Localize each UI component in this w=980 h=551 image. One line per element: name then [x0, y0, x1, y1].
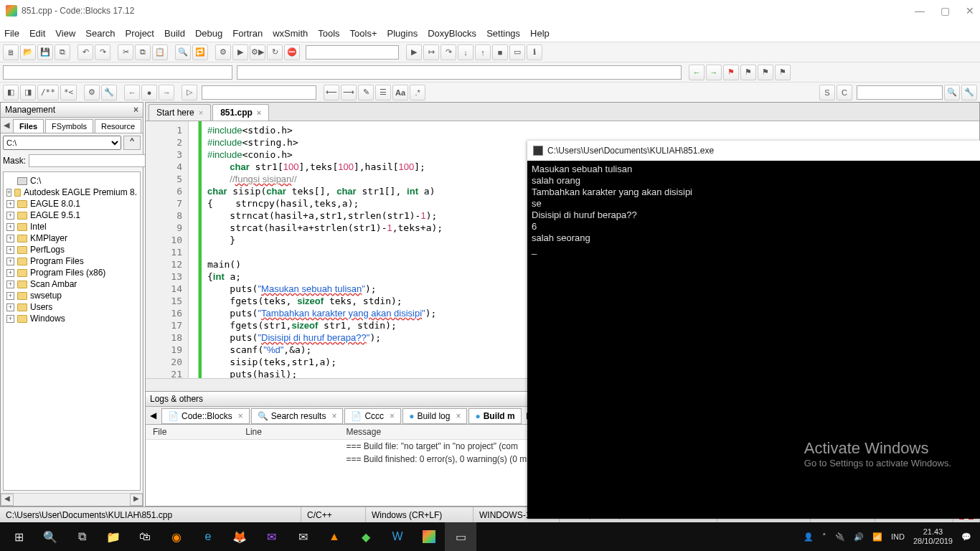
people-icon[interactable]: 👤: [804, 532, 814, 542]
replace-icon[interactable]: 🔁: [192, 44, 208, 60]
nav-back-icon[interactable]: ←: [689, 65, 705, 80]
close-tab-icon[interactable]: ×: [257, 108, 261, 117]
tree-node[interactable]: +EAGLE 8.0.1: [5, 198, 138, 209]
regex-icon[interactable]: .*: [410, 85, 425, 100]
info-icon[interactable]: ℹ: [527, 44, 542, 60]
build-target-combo[interactable]: [306, 45, 399, 60]
minimize-button[interactable]: —: [915, 5, 925, 17]
tree-node[interactable]: +EAGLE 9.5.1: [5, 209, 138, 221]
abort-icon[interactable]: ⛔: [284, 44, 300, 60]
menu-item[interactable]: Tools: [318, 28, 339, 39]
mail-icon[interactable]: ✉: [287, 522, 319, 551]
menu-item[interactable]: View: [55, 28, 75, 39]
tree-node[interactable]: +PerfLogs: [5, 244, 138, 255]
wifi-icon[interactable]: 📶: [872, 532, 882, 542]
symbol-combo[interactable]: [237, 65, 682, 80]
logs-tab-search[interactable]: 🔍Search results×: [251, 408, 344, 424]
management-close-icon[interactable]: ×: [133, 105, 138, 115]
close-tab-icon[interactable]: ×: [199, 108, 203, 117]
open-icon[interactable]: 📂: [20, 44, 36, 60]
close-button[interactable]: ✕: [966, 5, 974, 17]
taskbar[interactable]: ⊞ 🔍 ⧉ 📁 🛍 ◉ e 🦊 ✉ ✉ ▲ ◆ W ▭ 👤 ˄ 🔌 🔊 📶 IN…: [0, 522, 980, 551]
settings-icon[interactable]: ⚙: [84, 85, 100, 100]
logs-tab-codeblocks[interactable]: 📄Code::Blocks×: [161, 408, 250, 424]
tab-resource[interactable]: Resource: [95, 119, 141, 133]
bookmark-next-icon[interactable]: ⚑: [758, 65, 773, 80]
lang-indicator[interactable]: IND: [891, 532, 905, 541]
quick-search-combo[interactable]: [857, 85, 943, 100]
step-into-icon[interactable]: ↓: [458, 44, 473, 60]
wrench-icon[interactable]: 🔧: [101, 85, 117, 100]
mgmt-hscroll[interactable]: ◀▶: [1, 493, 143, 506]
jump-fwd-icon[interactable]: ⟶: [341, 85, 357, 100]
arrow-right-icon[interactable]: →: [159, 85, 174, 100]
search-opts-icon[interactable]: 🔧: [961, 85, 977, 100]
task-view-icon[interactable]: ⧉: [66, 522, 98, 551]
tree-node[interactable]: +Autodesk EAGLE Premium 8.: [5, 187, 138, 198]
tree-node[interactable]: +Users: [5, 301, 138, 313]
comment-end-icon[interactable]: *<: [60, 85, 77, 100]
tab-scroll-left-icon[interactable]: ◀: [1, 119, 12, 131]
comment-block-icon[interactable]: /**: [37, 85, 59, 100]
battery-icon[interactable]: 🔌: [835, 532, 845, 542]
menu-item[interactable]: DoxyBlocks: [428, 28, 476, 39]
menu-item[interactable]: Help: [530, 28, 550, 39]
bookmark-clear-icon[interactable]: ⚑: [775, 65, 791, 80]
mail2-icon[interactable]: ✉: [255, 522, 287, 551]
editor-tab-start[interactable]: Start here×: [149, 104, 211, 121]
logs-tab-buildmsg[interactable]: ●Build m: [468, 408, 521, 424]
tree-node[interactable]: +Scan Ambar: [5, 278, 138, 290]
build-icon[interactable]: ⚙: [215, 44, 231, 60]
vlc-icon[interactable]: ▲: [319, 522, 350, 551]
debug-continue-icon[interactable]: ↦: [423, 44, 439, 60]
clock[interactable]: 21.4328/10/2019: [913, 527, 953, 546]
scope-combo[interactable]: [3, 65, 232, 80]
menu-item[interactable]: File: [4, 28, 19, 39]
notifications-icon[interactable]: 💬: [961, 532, 971, 542]
browser-icon[interactable]: ◉: [161, 522, 192, 551]
step-over-icon[interactable]: ↷: [440, 44, 456, 60]
menu-item[interactable]: Tools+: [350, 28, 377, 39]
run-script-icon[interactable]: ▷: [182, 85, 197, 100]
menu-item[interactable]: Plugins: [387, 28, 418, 39]
tree-node[interactable]: +KMPlayer: [5, 232, 138, 244]
letter-c-icon[interactable]: C: [837, 85, 852, 100]
run-icon[interactable]: ▶: [232, 44, 248, 60]
store-icon[interactable]: 🛍: [129, 522, 161, 551]
circle-icon[interactable]: ●: [141, 85, 157, 100]
volume-icon[interactable]: 🔊: [854, 532, 864, 542]
search-icon[interactable]: 🔍: [34, 522, 66, 551]
arrow-left-icon[interactable]: ←: [124, 85, 140, 100]
console-window[interactable]: C:\Users\User\Documents\KULIAH\851.exe M…: [527, 141, 980, 519]
redo-icon[interactable]: ↷: [95, 44, 110, 60]
go-up-icon[interactable]: ^: [123, 136, 141, 150]
paste-icon[interactable]: 📋: [152, 44, 168, 60]
app-green-icon[interactable]: ◆: [350, 522, 382, 551]
tree-node[interactable]: +swsetup: [5, 290, 138, 301]
search-exec-icon[interactable]: 🔍: [944, 85, 960, 100]
logs-tab-buildlog[interactable]: ●Build log×: [402, 408, 467, 424]
menu-item[interactable]: Fortran: [232, 28, 263, 39]
tree-node[interactable]: C:\: [5, 175, 138, 187]
build-run-icon[interactable]: ⚙▶: [250, 44, 265, 60]
system-tray[interactable]: 👤 ˄ 🔌 🔊 📶 IND 21.4328/10/2019 💬: [804, 527, 977, 546]
menu-item[interactable]: Settings: [486, 28, 520, 39]
new-file-icon[interactable]: 🗎: [3, 44, 19, 60]
script-combo[interactable]: [202, 85, 316, 100]
undo-icon[interactable]: ↶: [77, 44, 93, 60]
explorer-icon[interactable]: 📁: [98, 522, 129, 551]
menu-item[interactable]: Search: [85, 28, 115, 39]
firefox-icon[interactable]: 🦊: [224, 522, 255, 551]
jump-back-icon[interactable]: ⟵: [324, 85, 339, 100]
save-icon[interactable]: 💾: [37, 44, 53, 60]
menu-item[interactable]: Edit: [29, 28, 45, 39]
save-all-icon[interactable]: ⧉: [55, 44, 70, 60]
rebuild-icon[interactable]: ↻: [267, 44, 283, 60]
logs-scroll-left-icon[interactable]: ◀: [146, 409, 161, 422]
edge-icon[interactable]: e: [192, 522, 224, 551]
menu-item[interactable]: Build: [164, 28, 185, 39]
tree-node[interactable]: +Program Files (x86): [5, 267, 138, 278]
console-task-icon[interactable]: ▭: [445, 522, 476, 551]
find-icon[interactable]: 🔍: [175, 44, 191, 60]
tree-node[interactable]: +Intel: [5, 221, 138, 232]
